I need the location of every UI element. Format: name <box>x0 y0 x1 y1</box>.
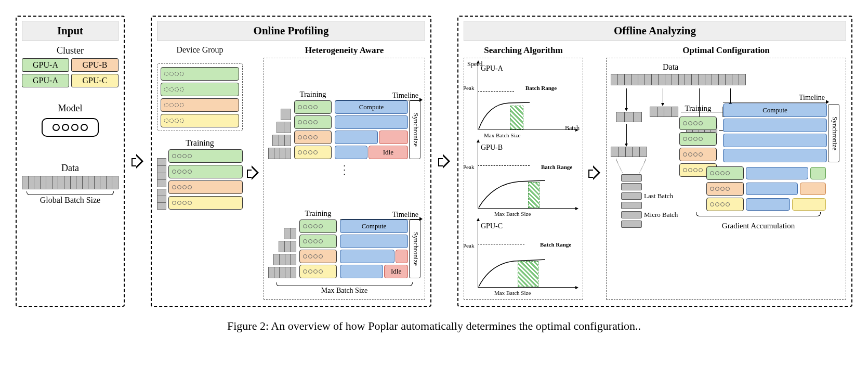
panel-online: Online Profiling Device Group Training <box>151 16 431 307</box>
plot-gpu-a: Speed GPU-A Peak Batch Range Max Batch S… <box>468 62 578 137</box>
idle-block: Idle <box>369 146 408 159</box>
accum-block <box>810 167 826 179</box>
heterogeneity-label: Heterogeneity Aware <box>264 45 425 56</box>
accum-block <box>800 183 826 195</box>
compute-block: Compute <box>335 100 408 114</box>
panel-input-title: Input <box>22 21 119 41</box>
device-row <box>168 149 243 163</box>
plot-title: GPU-C <box>481 222 503 230</box>
arrow-2 <box>438 16 451 307</box>
compute-block <box>746 167 808 179</box>
micro-batch-stack: Last Batch Micro Batch <box>621 174 678 228</box>
timeline-label-2: Timeline <box>340 211 420 219</box>
x-axis-label: Max Batch Size <box>484 132 520 138</box>
speed-axis-label: Speed <box>467 60 482 68</box>
global-batch-label: Global Batch Size <box>22 196 119 205</box>
batch-range-label: Batch Range <box>541 164 572 170</box>
optimal-label: Optimal Configuration <box>606 45 846 56</box>
arrow-icon <box>588 165 601 180</box>
device-row <box>161 98 239 112</box>
compute-block <box>335 146 367 159</box>
device-row <box>161 114 239 127</box>
sync-label-2: Synchronize <box>409 219 420 278</box>
search-label: Searching Algorithm <box>464 45 583 56</box>
arrow-1 <box>131 16 144 307</box>
micro-batch-label: Micro Batch <box>644 211 678 219</box>
opt-data-label: Data <box>663 62 841 72</box>
cluster-grid: GPU-A GPU-B GPU-A GPU-C <box>22 58 119 87</box>
device-row <box>168 165 243 178</box>
compute-block <box>340 265 383 278</box>
plot-title: GPU-B <box>481 144 503 152</box>
grad-accum-block: Gradient Accumulation <box>691 166 826 230</box>
device-row <box>706 166 744 180</box>
figure-caption: Figure 2: An overview of how Poplar auto… <box>16 319 852 333</box>
gpu-box-b: GPU-B <box>71 58 119 72</box>
compute-block <box>746 183 798 195</box>
timeline-label: Timeline <box>335 92 420 100</box>
chunk-icon <box>611 147 647 157</box>
training-label-3: Training <box>299 209 337 218</box>
opt-training-label: Training <box>679 104 717 113</box>
compute-block <box>335 115 408 129</box>
compute-block <box>746 198 790 211</box>
x-axis-label: Max Batch Size <box>494 290 531 296</box>
device-row <box>706 198 744 211</box>
device-row <box>299 250 337 263</box>
opt-data-strip-icon <box>611 74 746 85</box>
training-label: Training <box>157 138 243 148</box>
device-group-label: Device Group <box>157 45 243 55</box>
peak-label: Peak <box>463 242 474 249</box>
plot-title: GPU-A <box>481 64 503 73</box>
panel-offline: Offline Analyzing Searching Algorithm Sp… <box>457 16 852 307</box>
device-row <box>679 132 717 146</box>
grad-accum-label: Gradient Accumulation <box>691 222 826 230</box>
device-row <box>294 146 332 159</box>
device-row <box>161 83 239 96</box>
device-row <box>294 131 332 144</box>
opt-sync-label: Synchronize <box>828 104 839 162</box>
arrow-icon <box>247 165 259 180</box>
gpu-box-a2: GPU-A <box>22 74 69 87</box>
device-group-box <box>157 63 243 131</box>
device-row <box>161 67 239 81</box>
plot-gpu-c: GPU-C Peak Batch Range Max Batch Size <box>468 220 578 295</box>
chunk-icon <box>650 107 678 117</box>
peak-label: Peak <box>463 85 474 91</box>
model-icon <box>42 118 99 137</box>
opt-timeline-label: Timeline <box>723 94 827 102</box>
compute-block <box>723 134 827 147</box>
search-box: Speed GPU-A Peak Batch Range Max Batch S… <box>464 58 583 300</box>
max-batch-label: Max Batch Size <box>268 287 420 295</box>
idle-block <box>379 131 408 144</box>
batch-axis-label: Batch <box>565 124 580 132</box>
data-label: Data <box>22 163 119 174</box>
idle-block: Idle <box>384 265 408 278</box>
device-row <box>679 148 717 161</box>
device-row <box>299 265 337 278</box>
peak-label: Peak <box>463 164 474 170</box>
gpu-box-c: GPU-C <box>71 74 119 87</box>
panel-offline-title: Offline Analyzing <box>464 21 846 41</box>
data-strip-icon <box>22 176 119 189</box>
gpu-box-a1: GPU-A <box>22 58 69 72</box>
batch-range-label: Batch Range <box>540 241 571 248</box>
last-batch-label: Last Batch <box>644 192 673 200</box>
model-label: Model <box>22 103 119 114</box>
device-row <box>168 196 243 210</box>
panel-online-title: Online Profiling <box>157 21 425 41</box>
device-row <box>299 235 337 248</box>
batch-range-label: Batch Range <box>525 85 557 91</box>
compute-block <box>340 235 408 248</box>
compute-block: Compute <box>723 104 827 117</box>
x-axis-label: Max Batch Size <box>494 211 531 217</box>
device-row <box>168 180 243 194</box>
device-row <box>294 100 332 114</box>
device-row <box>294 115 332 129</box>
compute-block <box>340 250 394 263</box>
accum-block <box>792 198 826 211</box>
compute-block: Compute <box>340 219 408 233</box>
idle-block <box>396 250 409 263</box>
training-label-2: Training <box>294 90 332 99</box>
compute-block <box>723 149 827 162</box>
